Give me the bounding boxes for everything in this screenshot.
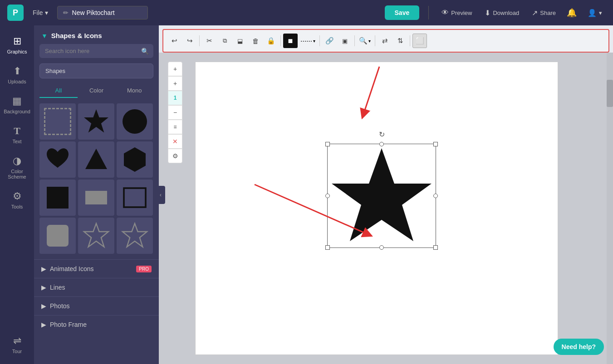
document-title-field[interactable]: ✏ New Piktochart xyxy=(57,6,148,19)
group-button[interactable]: ▣ xyxy=(338,34,352,48)
tab-mono[interactable]: Mono xyxy=(115,84,153,98)
toolbar-divider-6 xyxy=(410,35,410,46)
sidebar-item-color-scheme[interactable]: ◑ Color Scheme xyxy=(0,150,34,185)
tools-icon: ⚙ xyxy=(13,190,22,202)
svg-rect-4 xyxy=(47,187,69,209)
toolbar-divider-4 xyxy=(354,35,355,46)
align-button[interactable]: ≡ xyxy=(168,120,182,134)
svg-marker-0 xyxy=(84,109,108,133)
svg-rect-6 xyxy=(124,188,146,207)
selection-button[interactable]: ⬜ xyxy=(412,34,427,48)
canvas-delete-button[interactable]: ✕ xyxy=(168,134,182,149)
scrollbar-thumb[interactable] xyxy=(607,80,613,107)
search-box: 🔍 xyxy=(39,44,153,58)
zoom-in-button[interactable]: + xyxy=(168,76,182,91)
photo-frame-section[interactable]: ▶ Photo Frame xyxy=(34,315,159,334)
add-page-button[interactable]: + xyxy=(168,62,182,76)
flip-v-button[interactable]: ⇅ xyxy=(393,34,407,48)
link-button[interactable]: 🔗 xyxy=(322,34,337,48)
toolbar-area: ↩ ↪ ✂ ⧉ ⬓ 🗑 🔒 ■ ⋯⋯ ▾ 🔗 ▣ 🔍 ▾ ⇄ ⇅ xyxy=(159,25,613,364)
tour-button[interactable]: ⇌ Tour xyxy=(10,330,25,359)
color-fill-button[interactable]: ■ xyxy=(283,34,298,48)
left-panel: ▼ Shapes & Icons 🔍 Shapes Icons All All … xyxy=(34,25,159,364)
shape-outlined-star-2[interactable] xyxy=(117,218,153,254)
panel-collapse-button[interactable]: ‹ xyxy=(156,186,165,204)
file-menu-button[interactable]: File ▾ xyxy=(29,7,52,18)
sidebar-item-text[interactable]: T Text xyxy=(0,120,34,150)
copy-button[interactable]: ⧉ xyxy=(217,34,232,48)
flip-h-button[interactable]: ⇄ xyxy=(378,34,392,48)
canvas-star-selected[interactable]: ↻ xyxy=(327,144,436,248)
svg-marker-3 xyxy=(124,147,146,172)
rotate-handle[interactable]: ↻ xyxy=(379,130,385,139)
sidebar-item-graphics[interactable]: ⊞ Graphics xyxy=(0,30,34,60)
svg-rect-7 xyxy=(47,225,69,247)
uploads-icon: ⬆ xyxy=(13,65,21,77)
svg-line-12 xyxy=(363,67,379,114)
shape-filled-heart[interactable] xyxy=(39,141,76,178)
graphics-icon: ⊞ xyxy=(13,35,21,47)
shapes-dropdown[interactable]: Shapes Icons All xyxy=(39,63,153,78)
delete-button[interactable]: 🗑 xyxy=(248,34,263,48)
cut-button[interactable]: ✂ xyxy=(202,34,216,48)
canvas-left-controls: + + 1 − ≡ ✕ ⚙ xyxy=(168,62,182,163)
shape-outlined-rectangle[interactable] xyxy=(117,180,153,216)
divider xyxy=(428,6,429,19)
shape-filled-triangle[interactable] xyxy=(78,141,114,178)
canvas-settings-button[interactable]: ⚙ xyxy=(168,149,182,163)
shape-filled-rectangle[interactable] xyxy=(78,180,114,216)
shape-filled-circle[interactable] xyxy=(117,103,153,140)
tab-color[interactable]: Color xyxy=(78,84,116,98)
shape-filled-hexagon[interactable] xyxy=(117,141,153,178)
toolbar: ↩ ↪ ✂ ⧉ ⬓ 🗑 🔒 ■ ⋯⋯ ▾ 🔗 ▣ 🔍 ▾ ⇄ ⇅ xyxy=(162,29,609,53)
sidebar-item-tools[interactable]: ⚙ Tools xyxy=(0,185,34,215)
redo-button[interactable]: ↪ xyxy=(182,34,197,48)
svg-marker-9 xyxy=(123,223,147,247)
scrollbar-track[interactable] xyxy=(607,53,613,364)
shape-outlined-star-1[interactable] xyxy=(78,218,114,254)
canvas-page[interactable]: ↻ xyxy=(195,62,558,355)
zoom-dropdown[interactable]: 🔍 ▾ xyxy=(357,36,373,46)
shape-rounded-square[interactable] xyxy=(39,218,76,254)
svg-point-1 xyxy=(123,109,147,134)
main-area: ⊞ Graphics ⬆ Uploads ▦ Background T Text… xyxy=(0,25,613,364)
star-shape xyxy=(327,144,436,248)
tab-all[interactable]: All xyxy=(39,84,78,98)
shapes-select[interactable]: Shapes Icons All xyxy=(39,63,153,78)
shapes-grid xyxy=(34,103,159,259)
need-help-button[interactable]: Need help? xyxy=(554,339,604,355)
panel-expand-icon: ▼ xyxy=(41,32,48,39)
sidebar-item-uploads[interactable]: ⬆ Uploads xyxy=(0,60,34,90)
share-button[interactable]: ↗ Share xyxy=(528,7,559,19)
undo-button[interactable]: ↩ xyxy=(167,34,181,48)
svg-marker-10 xyxy=(332,148,432,241)
sidebar-icons: ⊞ Graphics ⬆ Uploads ▦ Background T Text… xyxy=(0,25,34,364)
lock-button[interactable]: 🔒 xyxy=(264,34,278,48)
canvas-container[interactable]: + + 1 − ≡ ✕ ⚙ xyxy=(159,53,613,364)
zoom-out-button[interactable]: − xyxy=(168,105,182,120)
section-expand-icon: ▶ xyxy=(41,265,46,272)
toolbar-divider-3 xyxy=(319,35,320,46)
tour-icon: ⇌ xyxy=(13,335,21,347)
svg-marker-2 xyxy=(85,149,107,169)
pattern-dropdown[interactable]: ⋯⋯ ▾ xyxy=(299,37,317,45)
notification-button[interactable]: 🔔 xyxy=(565,6,579,19)
search-icon: 🔍 xyxy=(141,48,149,55)
photos-section[interactable]: ▶ Photos xyxy=(34,296,159,315)
pro-badge: PRO xyxy=(136,266,152,272)
shape-filled-square[interactable] xyxy=(39,180,76,216)
download-button[interactable]: ⬇ Download xyxy=(481,7,523,19)
sidebar-item-background[interactable]: ▦ Background xyxy=(0,90,34,120)
logo[interactable]: P xyxy=(7,5,24,21)
lines-section[interactable]: ▶ Lines xyxy=(34,278,159,296)
animated-icons-section[interactable]: ▶ Animated Icons PRO xyxy=(34,259,159,278)
paste-button[interactable]: ⬓ xyxy=(233,34,247,48)
shape-filled-star[interactable] xyxy=(78,103,114,140)
shape-dashed-square[interactable] xyxy=(39,103,76,140)
save-button[interactable]: Save xyxy=(385,5,420,20)
background-icon: ▦ xyxy=(12,95,22,107)
user-menu-button[interactable]: 👤 ▾ xyxy=(584,7,606,19)
search-input[interactable] xyxy=(39,44,153,58)
preview-button[interactable]: 👁 Preview xyxy=(438,7,476,19)
toolbar-divider-5 xyxy=(375,35,375,46)
